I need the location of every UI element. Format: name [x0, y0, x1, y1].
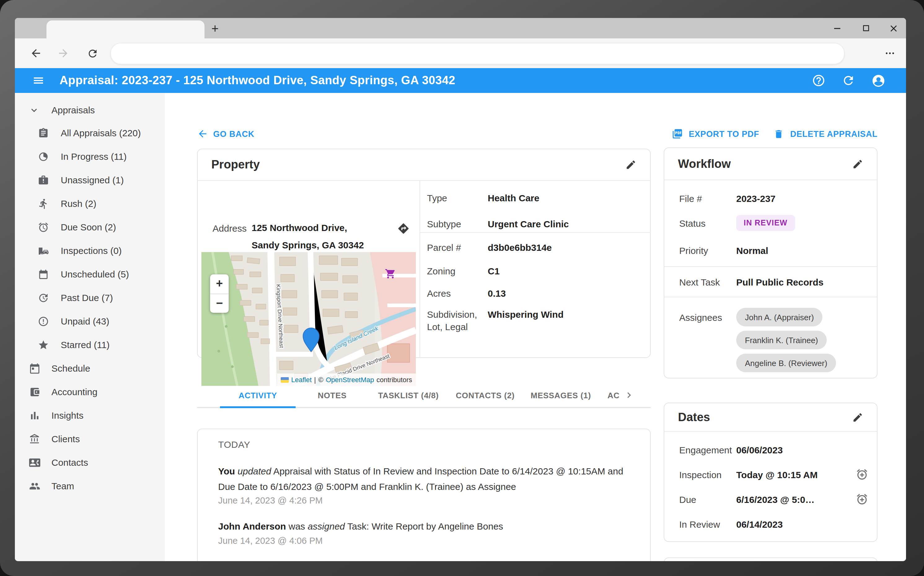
sidebar-item-unscheduled[interactable]: Unscheduled (5) [15, 262, 165, 286]
chevron-right-icon [624, 390, 635, 401]
zoom-in-button[interactable]: + [210, 274, 229, 294]
wallet-icon [29, 387, 40, 398]
tab-messages[interactable]: MESSAGES (1) [531, 384, 591, 407]
main-content: GO BACK EXPORT TO PDF DELETE APPRAISAL [165, 93, 906, 561]
minimize-button[interactable] [828, 19, 847, 37]
url-bar[interactable] [110, 43, 845, 64]
map-zoom-control: + − [210, 274, 229, 313]
account-button[interactable] [871, 74, 885, 87]
new-tab-button[interactable]: + [206, 20, 224, 37]
browser-menu-button[interactable] [882, 46, 897, 61]
due-label: Due [679, 494, 696, 505]
tabs-scroll-right-button[interactable] [624, 390, 635, 401]
assignee-chip[interactable]: Franklin K. (Trainee) [736, 331, 827, 349]
maximize-button[interactable] [857, 19, 875, 37]
sidebar-item-in-progress[interactable]: In Progress (11) [15, 145, 165, 168]
activity-actor: You [218, 466, 235, 476]
sidebar-item-due-soon[interactable]: Due Soon (2) [15, 216, 165, 239]
assignees-label: Assignees [679, 312, 722, 323]
sidebar-item-label: Due Soon (2) [61, 216, 116, 239]
browser-refresh-button[interactable] [85, 46, 100, 61]
osm-link[interactable]: OpenStreetMap [326, 376, 374, 383]
sidebar-item-past-due[interactable]: Past Due (7) [15, 286, 165, 310]
activity-text: Appraisal with Status of In Review and I… [218, 466, 623, 491]
minimize-icon [834, 24, 841, 32]
tab-contacts[interactable]: CONTACTS (2) [456, 384, 515, 407]
detail-tabs: ACTIVITY NOTES TASKLIST (4/8) CONTACTS (… [197, 384, 651, 408]
divider [664, 266, 877, 267]
browser-back-button[interactable] [29, 46, 43, 61]
device-mockup: + [0, 0, 924, 576]
sidebar-item-insights[interactable]: Insights [15, 404, 165, 427]
sidebar-item-schedule[interactable]: Schedule [15, 357, 165, 380]
divider [664, 297, 877, 297]
add-alarm-button[interactable] [856, 468, 868, 481]
activity-card: TODAY You updated Appraisal with Status … [197, 429, 651, 561]
help-button[interactable] [812, 74, 826, 87]
in-review-value: 06/14/2023 [736, 519, 783, 530]
divider [420, 232, 651, 233]
close-icon [890, 24, 897, 32]
edit-workflow-button[interactable] [852, 158, 863, 170]
sidebar-item-inspections[interactable]: Inspections (0) [15, 239, 165, 262]
sidebar-item-label: Clients [51, 427, 80, 451]
sidebar-item-label: Insights [51, 404, 83, 427]
reload-app-button[interactable] [842, 74, 855, 87]
attribution-copyright: © [319, 376, 324, 383]
people-icon [29, 481, 40, 492]
edit-property-button[interactable] [625, 159, 637, 170]
building-car-icon [38, 245, 49, 256]
export-pdf-button[interactable]: EXPORT TO PDF [672, 128, 759, 139]
sidebar-item-accounting[interactable]: Accounting [15, 380, 165, 404]
zoom-out-button[interactable]: − [210, 294, 229, 313]
activity-group-label: TODAY [218, 439, 250, 450]
activity-text: Task: Write Report by Angeline Bones [345, 521, 503, 531]
due-value: 6/16/2023 @ 5:0… [736, 494, 815, 505]
alarm-icon [38, 222, 49, 233]
add-alarm-button[interactable] [856, 493, 868, 506]
sidebar-item-clients[interactable]: Clients [15, 427, 165, 451]
tab-notes[interactable]: NOTES [318, 384, 346, 407]
sidebar-item-label: Rush (2) [61, 192, 96, 216]
menu-button[interactable] [32, 74, 46, 88]
type-value: Health Care [488, 193, 539, 203]
status-label: Status [679, 218, 706, 229]
browser-tab[interactable] [47, 21, 204, 38]
edit-dates-button[interactable] [852, 411, 863, 423]
tab-accounting-truncated[interactable]: AC [608, 384, 620, 407]
engagement-value: 06/06/2023 [736, 445, 783, 455]
property-address-column: Address 125 Northwood Drive, Sandy Sprin… [198, 180, 420, 358]
next-task-value: Pull Public Records [736, 277, 824, 287]
sidebar-item-label: Schedule [51, 357, 90, 380]
sidebar-item-contacts[interactable]: Contacts [15, 451, 165, 474]
leaflet-link[interactable]: Leaflet [291, 376, 312, 383]
pencil-icon [852, 158, 863, 170]
property-map[interactable]: Kingsport Drive Northeast Long Island Cr… [201, 252, 416, 386]
close-button[interactable] [884, 19, 903, 37]
sidebar-item-unassigned[interactable]: Unassigned (1) [15, 168, 165, 192]
sidebar-item-all-appraisals[interactable]: All Appraisals (220) [15, 122, 165, 145]
sidebar-section-appraisals[interactable]: Appraisals [15, 100, 165, 120]
sidebar-item-team[interactable]: Team [15, 474, 165, 498]
assignee-chip-list: John A. (Appraiser) Franklin K. (Trainee… [736, 308, 836, 376]
back-arrow-icon [30, 47, 42, 59]
go-back-button[interactable]: GO BACK [197, 126, 254, 141]
sidebar-item-starred[interactable]: Starred (11) [15, 333, 165, 357]
assignee-chip[interactable]: John A. (Appraiser) [736, 308, 823, 326]
file-number-label: File # [679, 193, 702, 204]
browser-forward-button[interactable] [56, 46, 71, 61]
refresh-icon [87, 47, 98, 59]
export-pdf-label: EXPORT TO PDF [689, 129, 759, 138]
sidebar-item-rush[interactable]: Rush (2) [15, 192, 165, 216]
sidebar-item-unpaid[interactable]: Unpaid (43) [15, 310, 165, 333]
sidebar-item-label: Unscheduled (5) [61, 262, 129, 286]
delete-appraisal-button[interactable]: DELETE APPRAISAL [773, 128, 877, 139]
map-canvas[interactable]: Kingsport Drive Northeast Long Island Cr… [201, 252, 416, 386]
pencil-icon [852, 411, 863, 423]
directions-button[interactable] [397, 222, 410, 235]
assignee-chip[interactable]: Angeline B. (Reviewer) [736, 354, 836, 372]
sidebar-item-label: Inspections (0) [61, 239, 122, 262]
zoning-label: Zoning [427, 266, 456, 276]
tab-activity[interactable]: ACTIVITY [239, 384, 277, 407]
tab-tasklist[interactable]: TASKLIST (4/8) [378, 384, 439, 407]
